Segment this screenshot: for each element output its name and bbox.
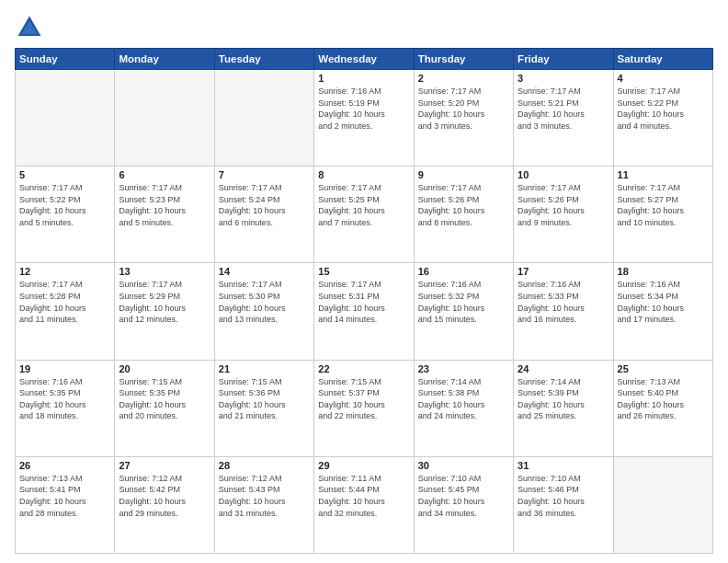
day-number: 9 — [418, 169, 509, 180]
day-number: 20 — [119, 363, 210, 374]
day-info: Sunrise: 7:17 AM Sunset: 5:23 PM Dayligh… — [119, 182, 210, 228]
day-number: 22 — [318, 363, 409, 374]
day-info: Sunrise: 7:10 AM Sunset: 5:45 PM Dayligh… — [418, 473, 509, 519]
day-info: Sunrise: 7:14 AM Sunset: 5:39 PM Dayligh… — [518, 376, 609, 422]
calendar-cell: 30Sunrise: 7:10 AM Sunset: 5:45 PM Dayli… — [414, 456, 513, 553]
calendar-cell: 2Sunrise: 7:17 AM Sunset: 5:20 PM Daylig… — [414, 70, 513, 167]
calendar-week-row: 5Sunrise: 7:17 AM Sunset: 5:22 PM Daylig… — [16, 167, 713, 263]
calendar-cell: 27Sunrise: 7:12 AM Sunset: 5:42 PM Dayli… — [115, 456, 214, 553]
day-number: 1 — [318, 73, 409, 84]
day-info: Sunrise: 7:16 AM Sunset: 5:35 PM Dayligh… — [19, 376, 110, 422]
weekday-header-monday: Monday — [115, 49, 214, 70]
calendar-cell: 5Sunrise: 7:17 AM Sunset: 5:22 PM Daylig… — [16, 167, 115, 263]
day-number: 26 — [19, 460, 110, 471]
calendar-cell: 16Sunrise: 7:16 AM Sunset: 5:32 PM Dayli… — [414, 263, 513, 360]
day-number: 28 — [219, 460, 310, 471]
day-number: 2 — [418, 73, 509, 84]
calendar-cell — [115, 70, 214, 167]
day-number: 11 — [618, 169, 709, 180]
day-info: Sunrise: 7:17 AM Sunset: 5:27 PM Dayligh… — [618, 182, 709, 228]
logo — [15, 13, 48, 42]
day-number: 24 — [518, 363, 609, 374]
day-number: 29 — [318, 460, 409, 471]
day-number: 8 — [318, 169, 409, 180]
day-number: 12 — [19, 266, 110, 277]
calendar-week-row: 26Sunrise: 7:13 AM Sunset: 5:41 PM Dayli… — [16, 456, 713, 553]
day-number: 27 — [119, 460, 210, 471]
day-info: Sunrise: 7:17 AM Sunset: 5:22 PM Dayligh… — [618, 86, 709, 132]
day-number: 31 — [518, 460, 609, 471]
calendar-cell: 11Sunrise: 7:17 AM Sunset: 5:27 PM Dayli… — [613, 167, 712, 263]
calendar-cell — [214, 70, 313, 167]
weekday-header-row: SundayMondayTuesdayWednesdayThursdayFrid… — [16, 49, 713, 70]
day-info: Sunrise: 7:17 AM Sunset: 5:25 PM Dayligh… — [318, 182, 409, 228]
day-info: Sunrise: 7:12 AM Sunset: 5:43 PM Dayligh… — [219, 473, 310, 519]
calendar-cell: 6Sunrise: 7:17 AM Sunset: 5:23 PM Daylig… — [115, 167, 214, 263]
day-info: Sunrise: 7:16 AM Sunset: 5:32 PM Dayligh… — [418, 279, 509, 325]
calendar-cell: 15Sunrise: 7:17 AM Sunset: 5:31 PM Dayli… — [314, 263, 414, 360]
day-info: Sunrise: 7:12 AM Sunset: 5:42 PM Dayligh… — [119, 473, 210, 519]
day-number: 19 — [19, 363, 110, 374]
calendar-cell: 8Sunrise: 7:17 AM Sunset: 5:25 PM Daylig… — [314, 167, 414, 263]
calendar-week-row: 12Sunrise: 7:17 AM Sunset: 5:28 PM Dayli… — [16, 263, 713, 360]
calendar-cell: 19Sunrise: 7:16 AM Sunset: 5:35 PM Dayli… — [16, 360, 115, 456]
calendar-cell: 12Sunrise: 7:17 AM Sunset: 5:28 PM Dayli… — [16, 263, 115, 360]
page: SundayMondayTuesdayWednesdayThursdayFrid… — [0, 0, 728, 563]
day-info: Sunrise: 7:17 AM Sunset: 5:29 PM Dayligh… — [119, 279, 210, 325]
day-info: Sunrise: 7:13 AM Sunset: 5:40 PM Dayligh… — [618, 376, 709, 422]
calendar-cell: 3Sunrise: 7:17 AM Sunset: 5:21 PM Daylig… — [514, 70, 613, 167]
calendar-cell: 26Sunrise: 7:13 AM Sunset: 5:41 PM Dayli… — [16, 456, 115, 553]
calendar-cell: 4Sunrise: 7:17 AM Sunset: 5:22 PM Daylig… — [613, 70, 712, 167]
calendar-cell: 28Sunrise: 7:12 AM Sunset: 5:43 PM Dayli… — [214, 456, 313, 553]
day-info: Sunrise: 7:17 AM Sunset: 5:22 PM Dayligh… — [19, 182, 110, 228]
day-number: 7 — [219, 169, 310, 180]
calendar-cell — [16, 70, 115, 167]
calendar-cell: 24Sunrise: 7:14 AM Sunset: 5:39 PM Dayli… — [514, 360, 613, 456]
header — [15, 13, 713, 42]
day-info: Sunrise: 7:16 AM Sunset: 5:34 PM Dayligh… — [618, 279, 709, 325]
day-number: 10 — [518, 169, 609, 180]
day-info: Sunrise: 7:17 AM Sunset: 5:24 PM Dayligh… — [219, 182, 310, 228]
day-number: 15 — [318, 266, 409, 277]
weekday-header-saturday: Saturday — [613, 49, 712, 70]
day-info: Sunrise: 7:17 AM Sunset: 5:31 PM Dayligh… — [318, 279, 409, 325]
day-number: 4 — [618, 73, 709, 84]
day-info: Sunrise: 7:17 AM Sunset: 5:21 PM Dayligh… — [518, 86, 609, 132]
weekday-header-sunday: Sunday — [16, 49, 115, 70]
day-info: Sunrise: 7:17 AM Sunset: 5:26 PM Dayligh… — [518, 182, 609, 228]
calendar-cell: 23Sunrise: 7:14 AM Sunset: 5:38 PM Dayli… — [414, 360, 513, 456]
day-number: 6 — [119, 169, 210, 180]
calendar-week-row: 19Sunrise: 7:16 AM Sunset: 5:35 PM Dayli… — [16, 360, 713, 456]
weekday-header-wednesday: Wednesday — [314, 49, 414, 70]
day-info: Sunrise: 7:16 AM Sunset: 5:33 PM Dayligh… — [518, 279, 609, 325]
day-number: 21 — [219, 363, 310, 374]
day-info: Sunrise: 7:17 AM Sunset: 5:28 PM Dayligh… — [19, 279, 110, 325]
day-number: 25 — [618, 363, 709, 374]
day-number: 3 — [518, 73, 609, 84]
calendar-cell: 25Sunrise: 7:13 AM Sunset: 5:40 PM Dayli… — [613, 360, 712, 456]
day-info: Sunrise: 7:11 AM Sunset: 5:44 PM Dayligh… — [318, 473, 409, 519]
calendar-cell — [613, 456, 712, 553]
calendar-cell: 18Sunrise: 7:16 AM Sunset: 5:34 PM Dayli… — [613, 263, 712, 360]
day-number: 16 — [418, 266, 509, 277]
calendar-cell: 31Sunrise: 7:10 AM Sunset: 5:46 PM Dayli… — [514, 456, 613, 553]
calendar-cell: 13Sunrise: 7:17 AM Sunset: 5:29 PM Dayli… — [115, 263, 214, 360]
calendar-cell: 9Sunrise: 7:17 AM Sunset: 5:26 PM Daylig… — [414, 167, 513, 263]
weekday-header-tuesday: Tuesday — [214, 49, 313, 70]
weekday-header-friday: Friday — [514, 49, 613, 70]
calendar-cell: 17Sunrise: 7:16 AM Sunset: 5:33 PM Dayli… — [514, 263, 613, 360]
calendar-cell: 29Sunrise: 7:11 AM Sunset: 5:44 PM Dayli… — [314, 456, 414, 553]
calendar-cell: 21Sunrise: 7:15 AM Sunset: 5:36 PM Dayli… — [214, 360, 313, 456]
calendar-table: SundayMondayTuesdayWednesdayThursdayFrid… — [15, 48, 713, 554]
day-number: 30 — [418, 460, 509, 471]
day-info: Sunrise: 7:15 AM Sunset: 5:37 PM Dayligh… — [318, 376, 409, 422]
day-number: 17 — [518, 266, 609, 277]
day-info: Sunrise: 7:14 AM Sunset: 5:38 PM Dayligh… — [418, 376, 509, 422]
calendar-cell: 20Sunrise: 7:15 AM Sunset: 5:35 PM Dayli… — [115, 360, 214, 456]
calendar-cell: 14Sunrise: 7:17 AM Sunset: 5:30 PM Dayli… — [214, 263, 313, 360]
day-info: Sunrise: 7:16 AM Sunset: 5:19 PM Dayligh… — [318, 86, 409, 132]
calendar-cell: 10Sunrise: 7:17 AM Sunset: 5:26 PM Dayli… — [514, 167, 613, 263]
day-info: Sunrise: 7:15 AM Sunset: 5:36 PM Dayligh… — [219, 376, 310, 422]
day-number: 14 — [219, 266, 310, 277]
day-number: 5 — [19, 169, 110, 180]
